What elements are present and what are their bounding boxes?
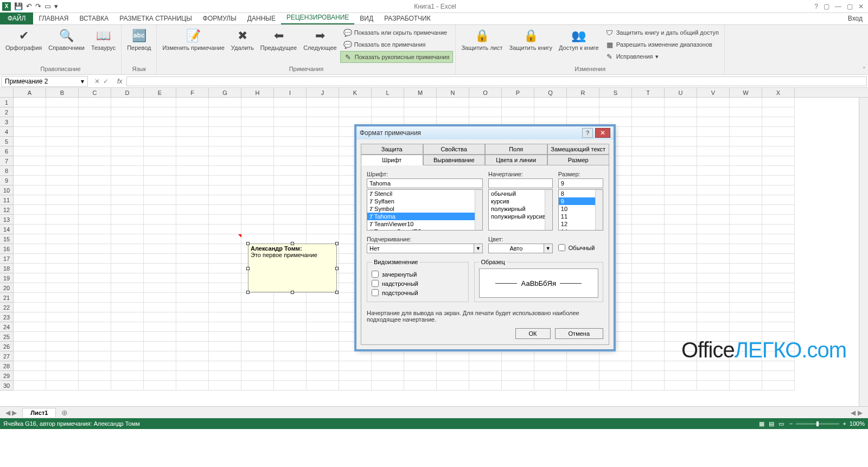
col-header[interactable]: F: [176, 88, 209, 97]
add-sheet-button[interactable]: ⊕: [56, 408, 73, 417]
col-header[interactable]: P: [502, 88, 534, 97]
ribbon-options-icon[interactable]: ▢: [824, 3, 829, 10]
chevron-down-icon[interactable]: ▾: [81, 78, 84, 85]
thesaurus-button[interactable]: 📖Тезаурус: [88, 26, 119, 52]
tab-view[interactable]: ВИД: [354, 12, 379, 24]
row-header[interactable]: 18: [0, 264, 13, 273]
list-item[interactable]: 𝑇 Stencil: [367, 190, 482, 197]
list-item[interactable]: курсив: [489, 197, 552, 205]
dialog-titlebar[interactable]: Формат примечания ? ✕: [356, 126, 614, 139]
list-item[interactable]: 𝑇 Tempus Sans ITC: [367, 228, 482, 231]
col-header[interactable]: V: [697, 88, 730, 97]
view-buttons[interactable]: ▦▤▭: [754, 420, 789, 427]
zoom-control[interactable]: − + 100%: [789, 420, 865, 427]
row-header[interactable]: 12: [0, 205, 13, 215]
tab-page-layout[interactable]: РАЗМЕТКА СТРАНИЦЫ: [114, 12, 197, 24]
row-header[interactable]: 26: [0, 342, 13, 351]
page-layout-icon[interactable]: ▤: [769, 420, 774, 427]
row-header[interactable]: 4: [0, 127, 13, 137]
maximize-icon[interactable]: ▢: [847, 3, 853, 10]
select-all-corner[interactable]: [0, 88, 14, 97]
formula-input[interactable]: [126, 76, 867, 86]
qat-dropdown-icon[interactable]: ▾: [54, 2, 58, 10]
cancel-button[interactable]: Отмена: [555, 328, 603, 339]
list-item[interactable]: 𝑇 Sylfaen: [367, 197, 482, 205]
row-header[interactable]: 8: [0, 166, 13, 176]
fx-icon[interactable]: fx: [114, 78, 125, 85]
protect-share-button[interactable]: 🛡Защитить книгу и дать общий доступ: [602, 27, 722, 38]
next-comment-button[interactable]: ➡Следующее: [300, 26, 340, 52]
sheet-nav[interactable]: ◀ ▶: [0, 409, 22, 417]
list-item[interactable]: 𝑇 Symbol: [367, 205, 482, 213]
spelling-button[interactable]: ✔Орфография: [2, 26, 45, 52]
collapse-ribbon-icon[interactable]: ˄: [863, 66, 866, 73]
translate-button[interactable]: 🔤Перевод: [124, 26, 154, 52]
touch-icon[interactable]: ▭: [44, 2, 51, 10]
col-header[interactable]: G: [209, 88, 241, 97]
ok-button[interactable]: ОК: [515, 328, 551, 339]
close-icon[interactable]: ✕: [858, 3, 864, 10]
scrollbar[interactable]: [595, 190, 603, 230]
horizontal-scrollbar[interactable]: ◀▶: [73, 409, 868, 417]
cancel-icon[interactable]: ✕: [94, 78, 100, 85]
vertical-scrollbar[interactable]: [859, 98, 868, 406]
chevron-down-icon[interactable]: ▼: [544, 244, 553, 253]
list-item[interactable]: полужирный: [489, 205, 552, 213]
chevron-down-icon[interactable]: ▼: [474, 244, 483, 253]
help-icon[interactable]: ?: [814, 3, 818, 10]
row-header[interactable]: 11: [0, 195, 13, 205]
style-input[interactable]: [488, 178, 553, 188]
toggle-comment-button[interactable]: 💬Показать или скрыть примечание: [340, 27, 454, 38]
row-header[interactable]: 2: [0, 107, 13, 117]
row-header[interactable]: 1: [0, 98, 13, 107]
login-link[interactable]: Вход: [843, 12, 868, 24]
dtab-margins[interactable]: Поля: [485, 144, 547, 155]
row-header[interactable]: 13: [0, 215, 13, 225]
col-header[interactable]: L: [372, 88, 404, 97]
row-header[interactable]: 20: [0, 283, 13, 293]
dtab-properties[interactable]: Свойства: [423, 144, 486, 155]
show-ink-button[interactable]: ✎Показать рукописные примечания: [340, 51, 454, 63]
dialog-close-icon[interactable]: ✕: [595, 128, 610, 138]
col-header[interactable]: O: [469, 88, 502, 97]
row-header[interactable]: 30: [0, 381, 13, 391]
col-header[interactable]: E: [144, 88, 176, 97]
row-header[interactable]: 27: [0, 351, 13, 361]
scrollbar[interactable]: [475, 190, 482, 230]
row-header[interactable]: 19: [0, 273, 13, 283]
tab-file[interactable]: ФАЙЛ: [0, 12, 33, 24]
col-header[interactable]: J: [307, 88, 339, 97]
dtab-colors[interactable]: Цвета и линии: [485, 155, 547, 165]
row-header[interactable]: 21: [0, 293, 13, 303]
row-header[interactable]: 5: [0, 137, 13, 146]
col-header[interactable]: R: [567, 88, 599, 97]
enter-icon[interactable]: ✓: [103, 78, 108, 85]
col-header[interactable]: H: [241, 88, 274, 97]
zoom-out-icon[interactable]: −: [789, 420, 793, 427]
edit-comment-button[interactable]: 📝Изменить примечание: [159, 26, 227, 52]
undo-icon[interactable]: ↶: [26, 2, 32, 10]
list-item[interactable]: полужирный курсив: [489, 213, 552, 220]
dtab-size[interactable]: Размер: [547, 155, 610, 165]
tab-insert[interactable]: ВСТАВКА: [74, 12, 114, 24]
research-button[interactable]: 🔍Справочники: [45, 26, 88, 52]
protect-workbook-button[interactable]: 🔒Защитить книгу: [506, 26, 556, 52]
list-item[interactable]: обычный: [489, 190, 552, 197]
col-header[interactable]: Q: [534, 88, 567, 97]
zoom-level[interactable]: 100%: [850, 420, 865, 427]
dtab-protection[interactable]: Защита: [361, 144, 423, 155]
normal-checkbox[interactable]: Обычный: [558, 244, 595, 251]
normal-view-icon[interactable]: ▦: [759, 420, 764, 427]
dtab-alignment[interactable]: Выравнивание: [423, 155, 486, 165]
col-header[interactable]: N: [437, 88, 469, 97]
color-combo[interactable]: Авто▼: [488, 244, 553, 253]
show-all-comments-button[interactable]: 💬Показать все примечания: [340, 39, 454, 50]
zoom-in-icon[interactable]: +: [843, 420, 846, 427]
tab-formulas[interactable]: ФОРМУЛЫ: [197, 12, 242, 24]
dtab-alttext[interactable]: Замещающий текст: [547, 144, 610, 155]
row-header[interactable]: 23: [0, 312, 13, 322]
row-header[interactable]: 29: [0, 371, 13, 381]
delete-comment-button[interactable]: ✖Удалить: [228, 26, 257, 52]
track-changes-button[interactable]: ✎Исправления ▾: [602, 51, 722, 62]
comment-box[interactable]: Александр Томм: Это первое примечание: [248, 244, 337, 292]
